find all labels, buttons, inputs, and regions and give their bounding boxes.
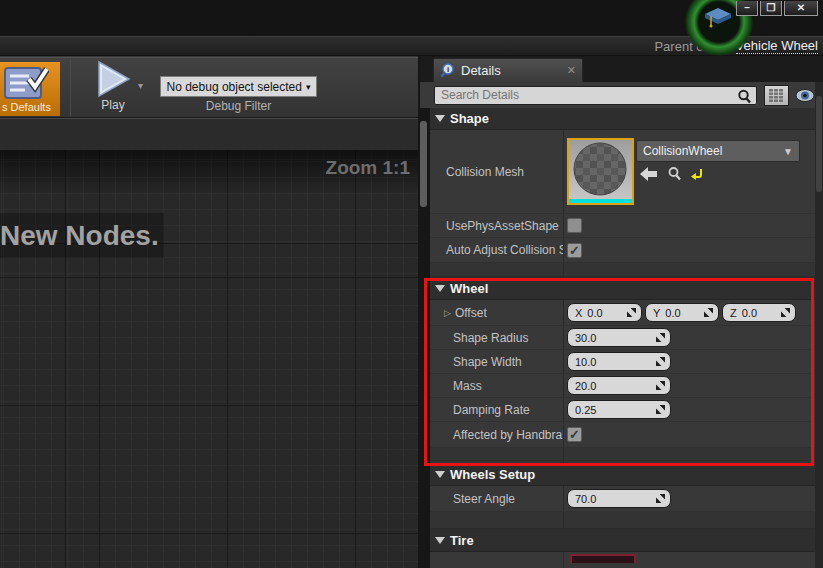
shape-radius-label: Shape Radius bbox=[430, 326, 563, 349]
category-wheel-label: Wheel bbox=[450, 281, 488, 296]
thumbnail-stripe bbox=[569, 199, 632, 203]
search-input[interactable] bbox=[435, 87, 756, 104]
drag-handle-icon bbox=[656, 405, 665, 414]
graph-watermark: New Nodes. bbox=[0, 213, 164, 258]
details-tab-title: Details bbox=[461, 63, 501, 78]
offset-y-field[interactable]: Y 0.0 bbox=[645, 303, 719, 322]
chevron-down-icon: ▼ bbox=[783, 146, 793, 157]
class-defaults-icon bbox=[3, 65, 49, 101]
category-wheels-setup[interactable]: Wheels Setup bbox=[430, 464, 815, 486]
row-shape-radius: Shape Radius 30.0 bbox=[430, 326, 815, 350]
class-defaults-label: s Defaults bbox=[2, 101, 51, 113]
close-button[interactable]: ✕ bbox=[784, 1, 818, 16]
graph-tab-bar bbox=[0, 118, 420, 150]
shape-width-label: Shape Width bbox=[430, 350, 563, 373]
tire-thumbnail[interactable] bbox=[570, 554, 636, 563]
category-shape[interactable]: Shape bbox=[430, 108, 815, 130]
steer-angle-label: Steer Angle bbox=[430, 486, 563, 511]
damping-rate-field[interactable]: 0.25 bbox=[567, 400, 671, 419]
collapse-arrow-icon bbox=[435, 471, 445, 478]
collapse-arrow-icon bbox=[435, 537, 445, 544]
collision-mesh-label: Collision Mesh bbox=[430, 130, 563, 213]
expander-icon[interactable]: ▷ bbox=[444, 308, 451, 318]
eye-icon bbox=[795, 89, 815, 102]
wheel-mesh-preview bbox=[569, 140, 632, 198]
steer-angle-field[interactable]: 70.0 bbox=[567, 489, 671, 508]
grid-icon bbox=[769, 89, 784, 102]
steer-angle-value: 70.0 bbox=[575, 493, 651, 505]
section-gap bbox=[430, 512, 815, 529]
damping-rate-label: Damping Rate bbox=[430, 398, 563, 421]
browse-icon[interactable] bbox=[667, 166, 682, 181]
offset-x-field[interactable]: X 0.0 bbox=[567, 303, 642, 322]
shape-width-field[interactable]: 10.0 bbox=[567, 352, 671, 371]
class-defaults-button[interactable]: s Defaults bbox=[0, 62, 60, 116]
row-mass: Mass 20.0 bbox=[430, 374, 815, 398]
row-auto-adjust: Auto Adjust Collision Si ✓ bbox=[430, 238, 815, 263]
graph-scrollbar[interactable] bbox=[420, 121, 427, 207]
row-damping-rate: Damping Rate 0.25 bbox=[430, 398, 815, 422]
unreal-editor-window: – ❐ ✕ Parent class: Vehicle Wheel s Defa… bbox=[0, 0, 823, 568]
svg-text:i: i bbox=[447, 65, 449, 74]
category-wheel[interactable]: Wheel bbox=[430, 277, 815, 300]
play-label: Play bbox=[101, 98, 124, 112]
use-phys-asset-checkbox[interactable]: ✓ bbox=[567, 218, 582, 233]
offset-label: Offset bbox=[455, 306, 487, 320]
row-handbrake: Affected by Handbrake ✓ bbox=[430, 422, 815, 448]
details-scrollbar-thumb[interactable] bbox=[816, 96, 822, 192]
play-button[interactable]: Play bbox=[82, 60, 144, 116]
collision-mesh-dropdown[interactable]: CollisionWheel ▼ bbox=[636, 140, 800, 162]
toolbar-separator bbox=[70, 60, 71, 116]
damping-rate-value: 0.25 bbox=[575, 404, 651, 416]
reset-to-default-icon[interactable] bbox=[691, 167, 703, 180]
offset-z-field[interactable]: Z 0.0 bbox=[722, 303, 796, 322]
axis-y-label: Y bbox=[653, 307, 660, 319]
category-tire[interactable]: Tire bbox=[430, 529, 815, 552]
auto-adjust-label: Auto Adjust Collision Si bbox=[430, 238, 563, 262]
drag-handle-icon bbox=[656, 381, 665, 390]
tab-close-icon[interactable]: ✕ bbox=[567, 64, 576, 77]
mass-field[interactable]: 20.0 bbox=[567, 376, 671, 395]
debug-object-value: No debug object selected bbox=[167, 80, 302, 94]
details-search-row: ▾ bbox=[420, 82, 823, 108]
row-steer-angle: Steer Angle 70.0 bbox=[430, 486, 815, 512]
row-use-phys-asset: UsePhysAssetShape ✓ bbox=[430, 214, 815, 238]
row-collision-mesh: Collision Mesh Colli bbox=[430, 130, 815, 214]
debug-filter-label: Debug Filter bbox=[160, 99, 317, 113]
axis-x-label: X bbox=[575, 307, 582, 319]
category-tire-label: Tire bbox=[450, 533, 474, 548]
offset-x-value: 0.0 bbox=[587, 307, 622, 319]
minimize-button[interactable]: – bbox=[736, 1, 758, 16]
graph-zoom-level: Zoom 1:1 bbox=[326, 157, 410, 179]
collision-mesh-thumbnail[interactable] bbox=[567, 138, 634, 205]
collision-mesh-value: CollisionWheel bbox=[643, 144, 722, 158]
details-content: Shape Collision Mesh bbox=[430, 108, 815, 568]
category-shape-label: Shape bbox=[450, 111, 489, 126]
auto-adjust-checkbox[interactable]: ✓ bbox=[567, 243, 582, 258]
tab-details[interactable]: i Details ✕ bbox=[433, 58, 583, 82]
collapse-arrow-icon bbox=[435, 285, 445, 292]
chevron-down-icon: ▾ bbox=[306, 82, 311, 92]
use-selected-arrow-icon[interactable] bbox=[640, 167, 658, 181]
drag-handle-icon bbox=[704, 308, 713, 317]
row-tire-partial bbox=[430, 552, 815, 568]
use-phys-asset-label: UsePhysAssetShape bbox=[430, 214, 563, 237]
handbrake-checkbox[interactable]: ✓ bbox=[567, 427, 582, 442]
mass-value: 20.0 bbox=[575, 380, 651, 392]
debug-object-dropdown[interactable]: No debug object selected ▾ bbox=[160, 76, 317, 97]
category-wheels-setup-label: Wheels Setup bbox=[450, 467, 535, 482]
graph-canvas[interactable]: Zoom 1:1 New Nodes. bbox=[0, 150, 418, 568]
property-matrix-button[interactable] bbox=[764, 85, 790, 106]
shape-width-value: 10.0 bbox=[575, 356, 651, 368]
drag-handle-icon bbox=[656, 333, 665, 342]
drag-handle-icon bbox=[656, 494, 665, 503]
details-info-icon: i bbox=[440, 63, 455, 78]
offset-y-value: 0.0 bbox=[665, 307, 699, 319]
blueprint-class-icon bbox=[703, 6, 733, 30]
drag-handle-icon bbox=[781, 308, 790, 317]
axis-z-label: Z bbox=[730, 307, 737, 319]
parent-class-link[interactable]: Vehicle Wheel bbox=[736, 38, 818, 54]
play-options-caret[interactable]: ▾ bbox=[138, 80, 143, 91]
shape-radius-field[interactable]: 30.0 bbox=[567, 328, 671, 347]
maximize-button[interactable]: ❐ bbox=[760, 1, 782, 16]
